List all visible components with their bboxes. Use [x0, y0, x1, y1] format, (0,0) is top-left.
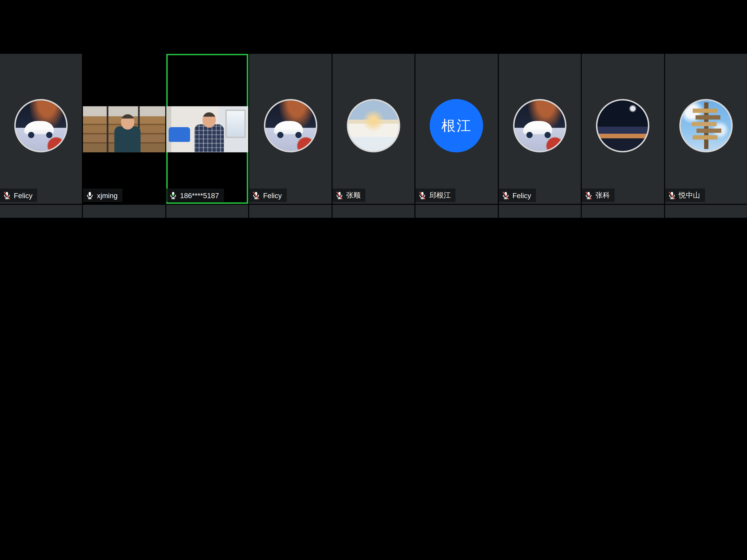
participant-name-label: Felicy — [498, 188, 536, 202]
participant-name: Felicy — [512, 191, 531, 199]
participant-tile[interactable]: 186****5187 — [166, 54, 248, 204]
mic-status — [584, 191, 593, 200]
mic-status — [85, 191, 95, 200]
mic-live-icon — [85, 191, 95, 200]
participant-avatar — [347, 99, 400, 153]
mic-status — [418, 191, 427, 200]
video-person — [114, 126, 140, 152]
participant-tile[interactable]: 根江邱根江 — [416, 54, 498, 204]
participant-tile[interactable]: xjming — [83, 54, 165, 204]
participant-tile[interactable]: 闫潇 — [0, 205, 82, 218]
mic-status — [335, 191, 344, 200]
mic-muted-icon — [418, 191, 427, 200]
participant-name: xjming — [97, 191, 118, 199]
participant-name-label: Felicy — [249, 188, 287, 202]
participant-initial-avatar: 根江 — [430, 99, 483, 153]
participant-name: 186****5187 — [180, 191, 219, 199]
participant-tile[interactable]: Felicy — [0, 54, 82, 204]
participant-name: 邱根江 — [429, 191, 451, 200]
mic-status — [169, 191, 178, 200]
stage: Felicyxjming186****5187Felicy张顺根江邱根江Feli… — [0, 0, 747, 218]
participant-tile[interactable]: 倪晓莉 — [83, 205, 165, 218]
participant-name-label: Felicy — [0, 188, 37, 202]
mic-muted-icon — [584, 191, 593, 200]
participant-name-label: 186****5187 — [166, 188, 224, 202]
participant-video — [83, 106, 165, 152]
mic-muted-icon — [335, 191, 344, 200]
participant-tile[interactable]: Felicy — [498, 54, 581, 204]
participant-tile[interactable]: 张科 — [582, 54, 664, 204]
participant-name: 张顺 — [346, 191, 361, 200]
video-scene-bookshelf — [83, 106, 165, 152]
participant-tile[interactable]: 007 — [498, 205, 581, 218]
participant-name-label: 张顺 — [332, 188, 365, 202]
participant-name-label: 悦中山 — [665, 188, 705, 202]
mic-muted-icon — [2, 191, 11, 200]
participant-tile[interactable]: 献献^_^ — [249, 205, 331, 218]
participant-avatar — [679, 99, 732, 153]
participant-grid: Felicyxjming186****5187Felicy张顺根江邱根江Feli… — [0, 54, 747, 218]
mic-muted-icon — [501, 191, 510, 200]
participant-name: Felicy — [14, 191, 33, 199]
mic-speaking-icon — [169, 191, 178, 200]
participant-avatar — [513, 99, 566, 153]
video-person — [194, 125, 224, 152]
mic-muted-icon — [252, 191, 261, 200]
participant-avatar — [264, 99, 317, 153]
mic-status — [667, 191, 676, 200]
top-bar — [0, 0, 747, 54]
participant-avatar — [596, 99, 649, 153]
participant-tile[interactable]: 王瑶 — [166, 205, 248, 218]
mic-status — [2, 191, 11, 200]
participant-tile[interactable]: 悦中山 — [416, 205, 498, 218]
participant-name: 悦中山 — [679, 191, 700, 200]
participant-name-label: 邱根江 — [416, 188, 456, 202]
participant-avatar — [15, 99, 68, 153]
participant-name-label: xjming — [83, 188, 123, 202]
mic-muted-icon — [667, 191, 676, 200]
mic-status — [501, 191, 510, 200]
mic-status — [252, 191, 261, 200]
participant-name: Felicy — [263, 191, 282, 199]
participant-tile[interactable]: 悦中山 — [665, 54, 747, 204]
participant-tile[interactable]: 张顺 — [332, 54, 414, 204]
video-scene-office — [166, 106, 248, 152]
participant-tile[interactable]: Felicy — [249, 54, 331, 204]
participant-name-label: 张科 — [582, 188, 615, 202]
participant-tile[interactable]: 王伟 — [582, 205, 664, 218]
participant-tile[interactable]: 张科 — [332, 205, 414, 218]
participant-name: 张科 — [596, 191, 610, 200]
participant-video — [166, 106, 248, 152]
participant-tile[interactable]: Leo_jiang — [665, 205, 747, 218]
